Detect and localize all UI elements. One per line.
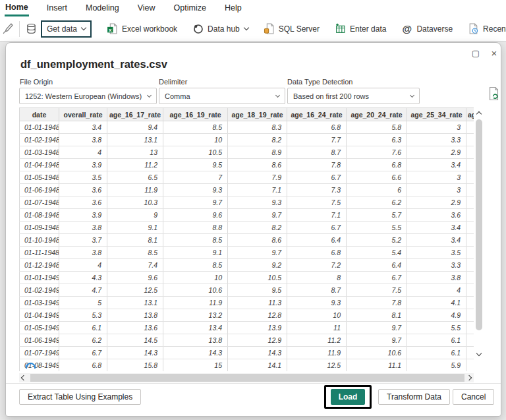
table-cell: 12.8 <box>228 309 287 322</box>
table-cell: 7.4 <box>107 259 163 272</box>
sql-server-button[interactable]: SQL Server <box>264 23 320 34</box>
table-row: 01-07-19496.714.314.314.311.910.66.1 <box>20 347 474 359</box>
table-cell: 3.5 <box>407 247 466 259</box>
column-header: age_20_24_rate <box>347 108 407 121</box>
file-origin-select[interactable]: 1252: Western European (Windows) <box>19 88 157 104</box>
table-cell: 01-11-1948 <box>20 247 59 259</box>
ribbon-tab-optimize[interactable]: Optimize <box>173 1 207 15</box>
table-cell: 6.5 <box>107 171 163 184</box>
vertical-scroll-thumb[interactable] <box>476 119 482 330</box>
table-cell: 01-07-1949 <box>20 347 59 359</box>
column-header: age_25_34_rate <box>407 108 466 121</box>
data-hub-button[interactable]: Data hub <box>192 23 248 34</box>
table-cell: 3 <box>407 171 466 184</box>
ribbon-tab-help[interactable]: Help <box>224 1 242 15</box>
table-cell: 3.4 <box>407 222 466 234</box>
toolbar-item-label: SQL Server <box>279 24 320 34</box>
table-cell: 10.6 <box>163 284 228 297</box>
table-cell: 01-01-1949 <box>20 272 59 284</box>
table-cell: 8.5 <box>107 247 163 259</box>
horizontal-scroll-thumb[interactable] <box>30 374 466 382</box>
toolbar-item-label: Dataverse <box>416 24 453 34</box>
ribbon-tab-modeling[interactable]: Modeling <box>85 1 120 15</box>
table-cell: 5.8 <box>347 121 407 134</box>
table-cell: 11.2 <box>287 334 347 347</box>
table-cell: 5.2 <box>347 234 407 247</box>
delimiter-label: Delimiter <box>159 78 187 86</box>
table-cell: 9.7 <box>347 322 407 334</box>
ribbon-tab-home[interactable]: Home <box>5 1 29 16</box>
table-cell: 6.8 <box>287 247 347 259</box>
extract-table-button[interactable]: Extract Table Using Examples <box>19 389 141 405</box>
table-cell: 13 <box>107 146 163 159</box>
table-cell: 13.8 <box>107 309 163 322</box>
table-row: 01-09-19483.89.18.88.26.75.53.4 <box>20 222 474 234</box>
transform-data-button[interactable]: Transform Data <box>378 389 450 405</box>
scroll-left-icon[interactable] <box>19 374 28 382</box>
table-cell: 6.2 <box>59 334 107 347</box>
table-cell: 3 <box>407 184 466 196</box>
table-row: 01-06-19483.611.99.37.17.363 <box>20 184 474 196</box>
file-origin-value: 1252: Western European (Windows) <box>25 92 148 100</box>
table-cell: 9.7 <box>228 209 287 222</box>
maximize-icon[interactable]: ▢ <box>470 47 481 58</box>
table-row: 01-02-19494.712.510.69.58.77.54 <box>20 284 474 297</box>
file-refresh-icon[interactable] <box>488 86 500 101</box>
footer-divider <box>6 383 501 384</box>
scroll-up-icon[interactable] <box>475 109 483 117</box>
ribbon-toolbar: Get dataxExcel workbookData hubSQL Serve… <box>0 16 506 42</box>
dataverse-button[interactable]: @Dataverse <box>401 23 453 34</box>
toolbar-item-label: Get data <box>47 24 77 34</box>
load-button[interactable]: Load <box>331 389 366 405</box>
horizontal-scrollbar[interactable] <box>19 373 474 382</box>
table-cell: 4 <box>59 146 107 159</box>
get-data-button[interactable]: Get data <box>26 20 92 38</box>
table-cell: 9.6 <box>107 272 163 284</box>
table-cell: 6.8 <box>287 121 347 134</box>
excel-workbook-button[interactable]: xExcel workbook <box>107 23 177 34</box>
chevron-down-icon <box>81 25 86 30</box>
scroll-right-icon[interactable] <box>464 374 474 382</box>
chevron-down-icon <box>275 92 280 97</box>
table-cell: 3.3 <box>407 259 466 272</box>
table-header-row: dateoverall_rateage_16_17_rateage_16_19_… <box>20 108 474 121</box>
table-cell: 3.6 <box>59 184 107 196</box>
dialog-title: df_unemployment_rates.csv <box>20 58 167 71</box>
column-header: overall_rate <box>59 108 107 121</box>
table-cell: 9.7 <box>228 247 287 259</box>
format-painter-icon[interactable] <box>2 23 14 35</box>
table-cell <box>466 322 474 334</box>
delimiter-select[interactable]: Comma <box>159 88 285 104</box>
table-cell <box>466 134 474 146</box>
table-cell: 01-01-1948 <box>20 121 59 134</box>
table-cell: 01-12-1948 <box>20 259 59 272</box>
ribbon-tab-view[interactable]: View <box>137 1 156 15</box>
table-cell: 12.5 <box>107 284 163 297</box>
table-cell: 9 <box>107 209 163 222</box>
ribbon-tab-insert[interactable]: Insert <box>46 1 68 15</box>
recent-sources-button[interactable]: Recent sources <box>468 23 506 34</box>
vertical-scrollbar[interactable] <box>474 107 484 361</box>
scroll-down-icon[interactable] <box>475 350 483 358</box>
table-row: 01-08-19483.999.69.77.15.73.6 <box>20 209 474 222</box>
table-cell: 6.8 <box>59 359 107 372</box>
close-icon[interactable]: × <box>489 47 499 58</box>
sql-server-icon <box>264 23 275 34</box>
table-cell: 7.7 <box>287 134 347 146</box>
table-cell <box>466 359 474 372</box>
enter-data-button[interactable]: Enter data <box>335 23 386 34</box>
data-type-detection-select[interactable]: Based on first 200 rows <box>287 88 420 104</box>
data-hub-icon <box>192 23 204 34</box>
data-type-detection-value: Based on first 200 rows <box>293 92 410 100</box>
table-cell <box>466 309 474 322</box>
table-cell: 9.1 <box>107 222 163 234</box>
table-cell: 11.9 <box>107 184 163 196</box>
table-cell: 11.9 <box>163 297 228 309</box>
table-cell <box>466 222 474 234</box>
table-cell: 9.6 <box>163 209 228 222</box>
cancel-button[interactable]: Cancel <box>453 389 494 405</box>
table-cell: 13.8 <box>163 334 228 347</box>
table-cell: 10 <box>287 309 347 322</box>
table-cell: 7.8 <box>347 297 407 309</box>
table-row: 01-07-19483.610.39.79.37.56.22.9 <box>20 196 474 209</box>
